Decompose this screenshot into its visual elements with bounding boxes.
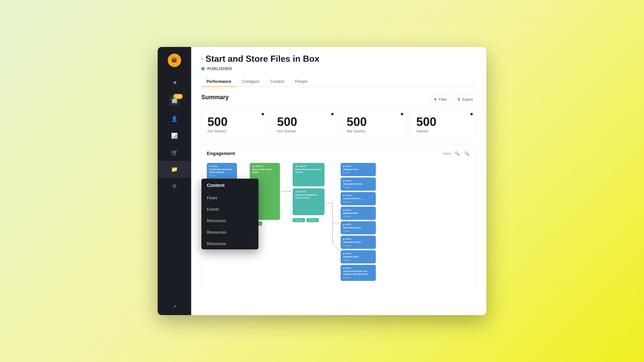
- stat-number-0: 500: [208, 116, 261, 128]
- stat-cards: 500 Not Started 500 Not Started 500 Not …: [201, 109, 476, 138]
- node-title: Create One Version to Rule Them All: [210, 168, 234, 174]
- sidebar-item-store[interactable]: 🛒: [158, 144, 191, 161]
- sidebar: 🏛 ◀ 120 🏢 👤 📊 🛒 📁 ⊗ ↗: [158, 47, 191, 315]
- flow-node-vid-req1: ▶ VIDEO Request Files... 10 users: [340, 207, 376, 220]
- vid-req1-title: Request Files...: [343, 212, 373, 215]
- node-title-4: Dropbox storage pre course survey: [295, 194, 322, 199]
- vid-req2-title: Request Collo...: [343, 255, 373, 258]
- menu-item-resources-2[interactable]: Resources ›: [202, 227, 258, 238]
- folder-icon: 📁: [171, 166, 178, 172]
- flow-node-survey-3: 📋 SURVEY Dropbox storage pre course surv…: [293, 188, 324, 215]
- zoom-label: Zoom: [443, 152, 451, 156]
- stat-label-0: Not Started: [208, 129, 261, 133]
- content-area: Summary ▼ Filter ⬇ Export 500: [191, 87, 486, 315]
- filter-icon: ▼: [434, 97, 437, 102]
- flow-node-survey-2: 📋 SURVEY Cloud Storage Precourse Survey: [293, 163, 324, 186]
- filter-button[interactable]: ▼ Filter: [430, 95, 451, 104]
- sidebar-item-content[interactable]: 📁: [158, 161, 191, 178]
- flow-node-vid-access2: ▶ VIDEO Access Files from Your Desktop w…: [340, 265, 376, 281]
- menu-item-events-label: Events: [207, 207, 219, 212]
- menu-item-events[interactable]: Events: [202, 204, 258, 215]
- vid-org-title: Organize Your...: [343, 168, 373, 171]
- node-type-label-2: 📋 SURVEY: [252, 165, 277, 167]
- flow-node-vid-req2: ▶ VIDEO Request Collo... 15 users: [340, 250, 376, 264]
- sidebar-logo: 🏛: [158, 47, 191, 74]
- stat-label-1: Not Started: [277, 129, 331, 133]
- tab-performance[interactable]: Performance: [201, 76, 237, 87]
- zoom-controls: Zoom 🔍 🔍: [443, 150, 471, 157]
- stat-card-dot-2: [401, 113, 403, 115]
- tabs: Performance Configure Content People: [201, 76, 476, 87]
- sidebar-badge-item: 120 🏢: [158, 90, 191, 111]
- page-title: Start and Store Files in Box: [206, 54, 319, 64]
- stat-card-dot-0: [262, 113, 264, 115]
- cart-icon: 🛒: [171, 149, 178, 156]
- flow-col3b-footer: 30 users: [306, 218, 319, 222]
- flow-node-vid-phys: ▶ VIDEO Physically Decto... 5 users: [340, 221, 376, 234]
- filter-label: Filter: [439, 97, 447, 102]
- vid-phys-title: Physically Decto...: [343, 226, 373, 229]
- svg-marker-3: [290, 191, 291, 192]
- sidebar-collapse-button[interactable]: ◀: [158, 74, 191, 90]
- vid-req1-type: ▶ VIDEO: [343, 209, 373, 211]
- sidebar-item-settings[interactable]: ⊗: [158, 178, 191, 194]
- tab-configure[interactable]: Configure: [237, 76, 265, 87]
- menu-item-resources-1[interactable]: Resources: [202, 215, 258, 226]
- main-area: ‹ Start and Store Files in Box PUBLISHED…: [191, 47, 486, 315]
- menu-item-resources2-label: Resources: [207, 230, 226, 235]
- context-menu[interactable]: Content Flows Events Resources: [202, 179, 258, 249]
- sidebar-item-export[interactable]: ↗: [158, 298, 191, 315]
- vid-access1-users: 10 users: [343, 201, 373, 203]
- menu-item-resources3-label: Resources: [207, 241, 226, 246]
- stat-number-1: 500: [277, 116, 331, 128]
- node-title-3: Cloud Storage Precourse Survey: [295, 168, 322, 174]
- menu-item-resources-3[interactable]: Resources ›: [202, 238, 258, 249]
- vid-phys-type: ▶ VIDEO: [343, 224, 373, 226]
- back-button[interactable]: ‹: [201, 56, 203, 61]
- stat-card-dot-3: [470, 113, 473, 115]
- connector-2: [281, 163, 291, 193]
- vid-stream2-title: Streamline Collo...: [343, 241, 373, 244]
- flow-col3a-footer: 30 users: [293, 218, 305, 222]
- flow-node-vid-stream1: ▶ VIDEO Streamline Collab... 10 users: [340, 177, 376, 191]
- status-dot: [201, 67, 204, 70]
- engagement-title: Engagement: [207, 151, 235, 156]
- stat-label-2: Not Started: [347, 129, 400, 133]
- vid-org-users: 5 users: [343, 172, 373, 174]
- users-icon: 👤: [171, 116, 178, 122]
- sidebar-item-users[interactable]: 👤: [158, 111, 191, 127]
- vid-stream2-users: 20 users: [343, 245, 373, 247]
- vid-req1-users: 10 users: [343, 216, 373, 218]
- page-header: ‹ Start and Store Files in Box PUBLISHED…: [191, 47, 486, 87]
- stat-card-3: 500 Started: [410, 109, 476, 138]
- status-row: PUBLISHED: [201, 66, 476, 71]
- sidebar-item-analytics[interactable]: 📊: [158, 127, 191, 144]
- export-button[interactable]: ⬇ Export: [454, 95, 476, 104]
- zoom-in-button[interactable]: 🔍: [453, 150, 461, 157]
- flow-node-vid-org: ▶ VIDEO Organize Your... 5 users: [340, 163, 376, 176]
- vid-stream2-type: ▶ VIDEO: [343, 238, 373, 240]
- vid-stream1-title: Streamline Collab...: [343, 183, 373, 186]
- stat-card-0: 500 Not Started: [201, 109, 268, 138]
- app-window: 🏛 ◀ 120 🏢 👤 📊 🛒 📁 ⊗ ↗: [158, 47, 486, 315]
- export-icon: ↗: [172, 304, 177, 310]
- app-logo-icon: 🏛: [168, 54, 181, 67]
- vid-access1-title: Access Files fro...: [343, 197, 373, 200]
- menu-item-flows-label: Flows: [207, 196, 217, 200]
- zoom-out-button[interactable]: 🔍: [463, 150, 471, 157]
- stat-card-2: 500 Not Started: [340, 109, 407, 138]
- stat-number-2: 500: [347, 116, 400, 128]
- stat-card-1: 500 Not Started: [271, 109, 337, 138]
- node-users: 5 users: [210, 175, 234, 177]
- tab-content[interactable]: Content: [265, 76, 290, 87]
- summary-title: Summary: [201, 94, 229, 101]
- vid-stream1-type: ▶ VIDEO: [343, 180, 373, 182]
- node-type-label: ▶ VIDEO: [210, 165, 234, 167]
- flow-col-3: 📋 SURVEY Cloud Storage Precourse Survey …: [293, 163, 324, 222]
- flow-col-4: ▶ VIDEO Organize Your... 5 users ▶ VIDEO…: [340, 163, 376, 281]
- tab-people[interactable]: People: [290, 76, 313, 87]
- menu-item-flows[interactable]: Flows: [202, 192, 258, 204]
- badge-count: 120: [173, 94, 183, 99]
- export-label: Export: [462, 97, 473, 102]
- vid-req2-type: ▶ VIDEO: [343, 253, 373, 255]
